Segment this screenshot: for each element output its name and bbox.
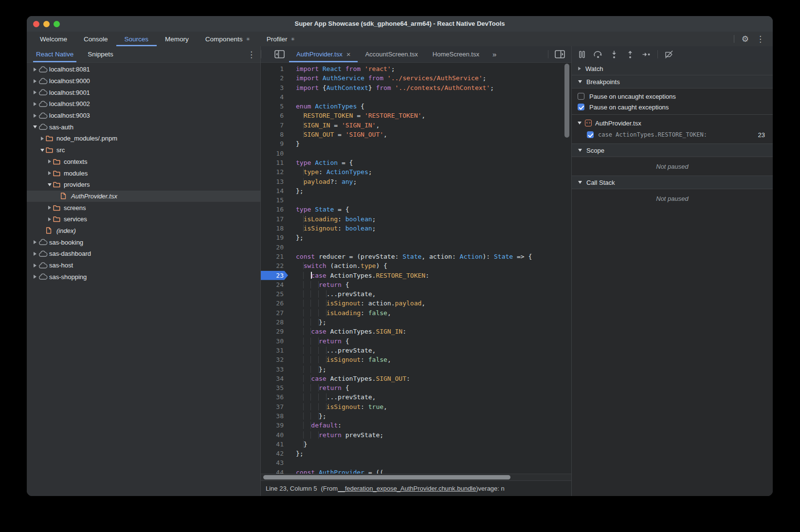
line-number[interactable]: 1 xyxy=(261,64,288,73)
line-number[interactable]: 31 xyxy=(261,346,288,355)
chevron-down-icon[interactable] xyxy=(38,149,46,152)
source-bundle-link[interactable]: __federation_expose_AuthProvider.chunk.b… xyxy=(338,485,476,492)
tree-item-src[interactable]: src xyxy=(27,144,260,156)
close-tab-icon[interactable]: × xyxy=(346,50,351,58)
tree-item-localhost-9000[interactable]: localhost:9000 xyxy=(27,75,260,87)
line-number[interactable]: 32 xyxy=(261,355,288,364)
line-number[interactable]: 22 xyxy=(261,261,288,270)
tree-item-sas-host[interactable]: sas-host xyxy=(27,260,260,271)
line-number[interactable]: 7 xyxy=(261,121,288,130)
line-number[interactable]: 25 xyxy=(261,289,288,299)
tree-item-sas-auth[interactable]: sas-auth xyxy=(27,121,260,133)
chevron-right-icon[interactable] xyxy=(31,102,38,106)
chevron-right-icon[interactable] xyxy=(38,137,46,141)
line-number[interactable]: 44 xyxy=(261,468,288,474)
chevron-right-icon[interactable] xyxy=(31,252,38,256)
line-number[interactable]: 5 xyxy=(261,102,288,111)
line-number[interactable]: 12 xyxy=(261,167,288,177)
chevron-right-icon[interactable] xyxy=(31,90,38,94)
step-icon[interactable] xyxy=(641,50,651,59)
tab-profiler[interactable]: Profiler✳ xyxy=(258,32,303,46)
tab-sources[interactable]: Sources xyxy=(116,32,157,46)
tree-item-sas-booking[interactable]: sas-booking xyxy=(27,236,260,248)
line-number[interactable]: 11 xyxy=(261,158,288,167)
tree-item-authprovider-tsx[interactable]: AuthProvider.tsx xyxy=(27,191,260,202)
chevron-right-icon[interactable] xyxy=(31,275,38,279)
line-number[interactable]: 2 xyxy=(261,73,288,83)
tree-item-localhost-8081[interactable]: localhost:8081 xyxy=(27,64,260,75)
tree-item-sas-dashboard[interactable]: sas-dashboard xyxy=(27,248,260,260)
tree-item-index[interactable]: (index) xyxy=(27,225,260,237)
line-number[interactable]: 9 xyxy=(261,139,288,148)
line-number[interactable]: 38 xyxy=(261,411,288,421)
settings-gear-icon[interactable]: ⚙ xyxy=(742,35,749,43)
line-number[interactable]: 18 xyxy=(261,224,288,233)
breakpoints-section-header[interactable]: Breakpoints xyxy=(572,75,773,89)
chevron-right-icon[interactable] xyxy=(31,79,38,83)
line-number[interactable]: 14 xyxy=(261,186,288,195)
deactivate-breakpoints-icon[interactable] xyxy=(664,50,674,59)
chevron-right-icon[interactable] xyxy=(31,68,38,71)
editor-vertical-scrollbar[interactable] xyxy=(564,64,569,138)
line-number[interactable]: 41 xyxy=(261,440,288,449)
line-number[interactable]: 36 xyxy=(261,392,288,402)
line-number[interactable]: 15 xyxy=(261,195,288,205)
hide-navigator-icon[interactable] xyxy=(270,46,289,62)
tree-item-contexts[interactable]: contexts xyxy=(27,156,260,168)
tree-item-localhost-9001[interactable]: localhost:9001 xyxy=(27,87,260,98)
tree-item-node-modules-pnpm[interactable]: node_modules/.pnpm xyxy=(27,133,260,144)
line-number[interactable]: 40 xyxy=(261,430,288,440)
line-number[interactable]: 8 xyxy=(261,130,288,139)
line-number[interactable]: 27 xyxy=(261,308,288,318)
line-number[interactable]: 28 xyxy=(261,318,288,327)
checkbox-unchecked-icon[interactable] xyxy=(578,93,584,100)
tab-memory[interactable]: Memory xyxy=(157,32,197,46)
tab-overflow-icon[interactable]: » xyxy=(487,46,501,62)
tree-item-services[interactable]: services xyxy=(27,213,260,225)
line-number[interactable]: 19 xyxy=(261,233,288,242)
line-number[interactable]: 34 xyxy=(261,374,288,383)
line-number[interactable]: 26 xyxy=(261,299,288,308)
chevron-right-icon[interactable] xyxy=(46,217,53,221)
line-number[interactable]: 37 xyxy=(261,402,288,411)
editor-tab-accountscreen-tsx[interactable]: AccountScreen.tsx xyxy=(358,46,425,62)
checkbox-checked-icon[interactable] xyxy=(587,131,594,138)
line-number[interactable]: 13 xyxy=(261,177,288,186)
tree-item-providers[interactable]: providers xyxy=(27,179,260,191)
chevron-right-icon[interactable] xyxy=(46,206,53,210)
line-number[interactable]: 6 xyxy=(261,111,288,120)
checkbox-checked-icon[interactable] xyxy=(578,104,584,110)
breakpoint-line-marker[interactable]: 23 xyxy=(261,271,288,280)
step-into-icon[interactable] xyxy=(609,50,619,59)
tab-components[interactable]: Components✳ xyxy=(197,32,258,46)
pause-icon[interactable] xyxy=(577,50,587,59)
step-out-icon[interactable] xyxy=(625,50,635,59)
line-number[interactable]: 17 xyxy=(261,214,288,224)
tree-item-localhost-9002[interactable]: localhost:9002 xyxy=(27,98,260,110)
tab-console[interactable]: Console xyxy=(75,32,116,46)
chevron-right-icon[interactable] xyxy=(46,171,53,175)
chevron-right-icon[interactable] xyxy=(31,114,38,118)
scope-section-header[interactable]: Scope xyxy=(572,144,773,157)
line-number[interactable]: 29 xyxy=(261,327,288,336)
chevron-down-icon[interactable] xyxy=(46,183,53,186)
line-number[interactable]: 21 xyxy=(261,252,288,261)
tab-react-native[interactable]: React Native xyxy=(33,46,76,62)
breakpoint-entry[interactable]: case ActionTypes.RESTORE_TOKEN: 23 xyxy=(572,129,773,141)
line-number[interactable]: 20 xyxy=(261,243,288,252)
call-stack-section-header[interactable]: Call Stack xyxy=(572,176,773,189)
line-number[interactable]: 4 xyxy=(261,92,288,102)
tree-item-localhost-9003[interactable]: localhost:9003 xyxy=(27,110,260,122)
line-number[interactable]: 16 xyxy=(261,205,288,214)
line-number[interactable]: 24 xyxy=(261,280,288,289)
pause-on-uncaught-row[interactable]: Pause on uncaught exceptions xyxy=(572,91,773,102)
chevron-right-icon[interactable] xyxy=(31,264,38,267)
line-number[interactable]: 42 xyxy=(261,449,288,458)
navigator-kebab-menu-icon[interactable]: ⋮ xyxy=(247,50,255,60)
line-number[interactable]: 43 xyxy=(261,458,288,467)
tree-item-sas-shopping[interactable]: sas-shopping xyxy=(27,271,260,283)
chevron-down-icon[interactable] xyxy=(31,125,38,128)
tab-snippets[interactable]: Snippets xyxy=(85,46,116,62)
step-over-icon[interactable] xyxy=(593,50,603,59)
line-number[interactable]: 35 xyxy=(261,383,288,392)
